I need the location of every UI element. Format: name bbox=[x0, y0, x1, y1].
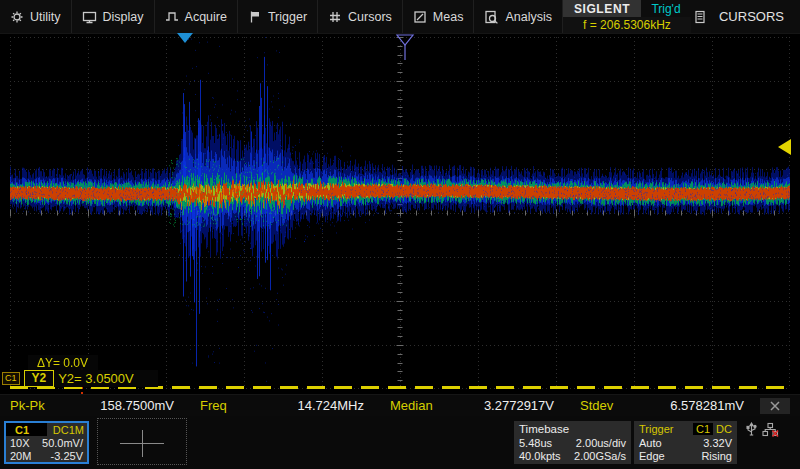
channel1-name: C1 bbox=[6, 423, 47, 436]
trigger-position-marker[interactable] bbox=[395, 34, 415, 62]
cursors-panel-header[interactable]: CURSORS bbox=[693, 0, 800, 33]
menu-trigger[interactable]: Trigger bbox=[238, 0, 318, 33]
trigger-slope: Rising bbox=[701, 450, 732, 462]
oscilloscope-screen: Utility Display Acquire Trigger Cur bbox=[0, 0, 800, 469]
list-icon bbox=[693, 10, 706, 24]
cursors-panel-title: CURSORS bbox=[719, 9, 784, 24]
trigger-level: 3.32V bbox=[703, 437, 732, 449]
menu-trigger-label: Trigger bbox=[268, 10, 307, 24]
timebase-memory: 40.0kpts bbox=[519, 450, 561, 462]
menu-analysis-label: Analysis bbox=[505, 10, 552, 24]
trigger-type: Edge bbox=[639, 450, 665, 462]
timebase-delay: 5.48us bbox=[519, 437, 552, 449]
measurement-median[interactable]: Median 3.2772917V bbox=[380, 395, 570, 416]
measurement-stdev-label: Stdev bbox=[580, 398, 613, 413]
channel1-offset: -3.25V bbox=[51, 450, 83, 462]
measurement-pkpk-label: Pk-Pk bbox=[10, 398, 45, 413]
y2-cursor-value: Y2= 3.0500V bbox=[54, 370, 158, 387]
measurement-pkpk-value: 158.7500mV bbox=[100, 398, 174, 413]
add-channel-slot[interactable] bbox=[97, 418, 187, 465]
menu-meas[interactable]: Meas bbox=[403, 0, 475, 33]
trigger-source-channel: C1 bbox=[693, 423, 713, 435]
measurement-pkpk[interactable]: Pk-Pk 158.7500mV bbox=[0, 395, 190, 416]
brand-logo: SIGLENT bbox=[563, 0, 641, 17]
waveform-canvas bbox=[10, 37, 790, 389]
usb-icon bbox=[745, 422, 758, 438]
menu-display-label: Display bbox=[103, 10, 144, 24]
menu-utility-label: Utility bbox=[30, 10, 61, 24]
menu-cursors[interactable]: Cursors bbox=[318, 0, 403, 33]
measurement-bar: Pk-Pk 158.7500mV Freq 14.724MHz Median 3… bbox=[0, 394, 800, 416]
trigger-delay-marker[interactable] bbox=[177, 33, 193, 43]
menu-acquire[interactable]: Acquire bbox=[155, 0, 238, 33]
measurement-stdev-value: 6.578281mV bbox=[670, 398, 744, 413]
measurement-stdev[interactable]: Stdev 6.578281mV bbox=[570, 395, 760, 416]
measurement-median-label: Median bbox=[390, 398, 433, 413]
analysis-icon bbox=[484, 10, 499, 24]
channel1-panel[interactable]: C1 DC1M 10X 50.0mV/ 20M -3.25V bbox=[4, 421, 89, 464]
menu-utility[interactable]: Utility bbox=[0, 0, 72, 33]
trigger-flag-icon bbox=[248, 10, 262, 24]
trigger-status: Trig'd bbox=[641, 0, 691, 17]
acquire-icon bbox=[165, 10, 179, 24]
channel1-probe: 10X bbox=[10, 437, 30, 449]
menu-acquire-label: Acquire bbox=[185, 10, 227, 24]
trigger-panel[interactable]: Trigger C1 DC Auto 3.32V Edge Rising bbox=[634, 421, 737, 464]
trigger-title: Trigger bbox=[639, 423, 673, 435]
menu-display[interactable]: Display bbox=[72, 0, 155, 33]
waveform-display: ΔY= 0.0V C1 Y2 Y2= 3.0500V bbox=[0, 34, 800, 394]
timebase-title: Timebase bbox=[519, 423, 569, 435]
cursor-channel-badge: C1 bbox=[2, 372, 20, 385]
close-measurements-button[interactable] bbox=[760, 398, 790, 414]
bottom-status-bar: C1 DC1M 10X 50.0mV/ 20M -3.25V Timebase … bbox=[0, 416, 800, 469]
cursors-icon bbox=[328, 10, 342, 24]
plus-icon bbox=[142, 430, 143, 457]
measurement-freq[interactable]: Freq 14.724MHz bbox=[190, 395, 380, 416]
measurement-freq-value: 14.724MHz bbox=[298, 398, 364, 413]
timebase-panel[interactable]: Timebase 5.48us 2.00us/div 40.0kpts 2.00… bbox=[514, 421, 631, 464]
top-menu-bar: Utility Display Acquire Trigger Cur bbox=[0, 0, 800, 34]
channel1-coupling: DC1M bbox=[47, 423, 87, 436]
status-block: SIGLENT Trig'd f = 206.5306kHz bbox=[563, 0, 691, 33]
timebase-samplerate: 2.00GSa/s bbox=[574, 450, 626, 462]
channel1-bandwidth: 20M bbox=[10, 450, 31, 462]
measure-icon bbox=[413, 10, 427, 24]
trigger-source-coupling: DC bbox=[716, 423, 732, 435]
timebase-scale: 2.00us/div bbox=[576, 437, 626, 449]
y2-cursor-handle[interactable]: Y2 bbox=[24, 370, 55, 387]
display-icon bbox=[82, 10, 97, 24]
menu-meas-label: Meas bbox=[433, 10, 464, 24]
channel1-scale: 50.0mV/ bbox=[42, 437, 83, 449]
menu-analysis[interactable]: Analysis bbox=[474, 0, 563, 33]
trigger-mode: Auto bbox=[639, 437, 662, 449]
trigger-level-arrow[interactable] bbox=[778, 139, 791, 155]
measurement-median-value: 3.2772917V bbox=[484, 398, 554, 413]
measurement-freq-label: Freq bbox=[200, 398, 227, 413]
menu-cursors-label: Cursors bbox=[348, 10, 392, 24]
lan-disconnected-icon bbox=[762, 422, 779, 438]
frequency-readout: f = 206.5306kHz bbox=[563, 17, 691, 33]
y2-cursor-label-row: C1 Y2 Y2= 3.0500V bbox=[2, 370, 158, 387]
close-icon bbox=[769, 400, 781, 412]
gear-icon bbox=[10, 10, 24, 24]
